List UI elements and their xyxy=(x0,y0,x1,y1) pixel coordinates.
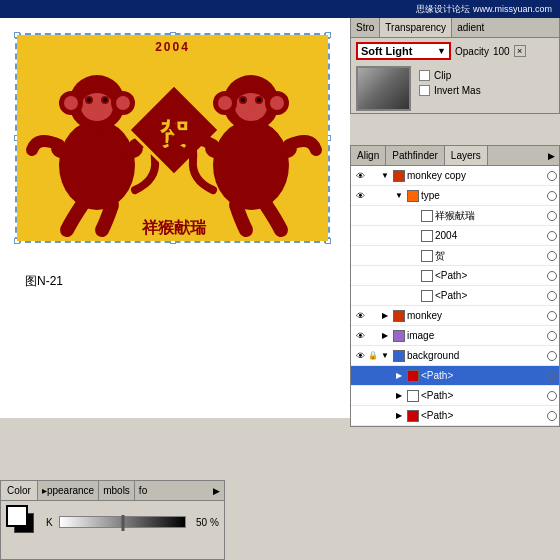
layer-expand-icon[interactable]: ▼ xyxy=(379,349,391,363)
tab-color-label: Color xyxy=(7,485,31,496)
transparency-thumbnail xyxy=(356,66,411,111)
invert-checkbox[interactable] xyxy=(419,85,430,96)
tab-transparency[interactable]: Transparency xyxy=(380,18,452,37)
k-slider-thumb xyxy=(121,515,124,531)
layer-target-circle[interactable] xyxy=(547,251,557,261)
color-menu-icon: ▶ xyxy=(213,486,220,496)
tab-fo[interactable]: fo xyxy=(135,481,151,500)
layer-lock-icon xyxy=(367,230,379,242)
layer-target-circle[interactable] xyxy=(547,411,557,421)
layer-color-box xyxy=(421,210,433,222)
layer-color-box xyxy=(393,310,405,322)
svg-point-15 xyxy=(213,120,289,210)
layer-expand-icon[interactable] xyxy=(407,209,419,223)
layer-target-circle[interactable] xyxy=(547,351,557,361)
tab-appearance[interactable]: ▸ ppearance xyxy=(38,481,99,500)
layer-expand-icon[interactable]: ▶ xyxy=(379,309,391,323)
fg-swatch[interactable] xyxy=(6,505,28,527)
layer-eye-icon[interactable] xyxy=(353,389,367,403)
layer-color-box xyxy=(393,330,405,342)
layer-expand-icon[interactable] xyxy=(407,289,419,303)
layers-list: 👁▼monkey copy👁▼type祥猴献瑞2004贺<Path><Path>… xyxy=(351,166,559,426)
layer-name: <Path> xyxy=(435,270,545,281)
layer-item[interactable]: 👁🔒▼background xyxy=(351,346,559,366)
k-percent: % xyxy=(210,517,219,528)
svg-point-19 xyxy=(270,96,284,110)
swatch-container xyxy=(6,505,40,539)
layer-color-box xyxy=(407,390,419,402)
layer-eye-icon[interactable] xyxy=(353,269,367,283)
layer-expand-icon[interactable] xyxy=(407,249,419,263)
artwork-bg: 2004 xyxy=(17,35,328,241)
layer-color-box xyxy=(393,170,405,182)
figure-label: 图N-21 xyxy=(25,273,63,290)
layer-item[interactable]: ▶<Path> xyxy=(351,406,559,426)
bottom-chinese-text: 祥猴献瑞 xyxy=(141,218,207,236)
layer-target-circle[interactable] xyxy=(547,231,557,241)
layer-item[interactable]: 贺 xyxy=(351,246,559,266)
layer-target-circle[interactable] xyxy=(547,331,557,341)
layer-item[interactable]: 👁▶image xyxy=(351,326,559,346)
layer-eye-icon[interactable]: 👁 xyxy=(353,189,367,203)
layer-expand-icon[interactable]: ▼ xyxy=(393,189,405,203)
layer-item[interactable]: 祥猴献瑞 xyxy=(351,206,559,226)
layer-eye-icon[interactable] xyxy=(353,249,367,263)
layer-target-circle[interactable] xyxy=(547,311,557,321)
layer-item[interactable]: ▶<Path> xyxy=(351,366,559,386)
layer-expand-icon[interactable]: ▶ xyxy=(393,389,405,403)
layer-color-box xyxy=(421,270,433,282)
layer-name: <Path> xyxy=(421,410,545,421)
layer-expand-icon[interactable]: ▶ xyxy=(379,329,391,343)
apl-tabs: Align Pathfinder Layers ▶ xyxy=(351,146,559,166)
layer-item[interactable]: ▶<Path> xyxy=(351,386,559,406)
opacity-x-btn[interactable]: × xyxy=(514,45,526,57)
color-content: K 50 % xyxy=(1,501,224,543)
layer-eye-icon[interactable] xyxy=(353,229,367,243)
tab-pathfinder[interactable]: Pathfinder xyxy=(386,146,445,165)
layer-lock-icon xyxy=(367,210,379,222)
layer-item[interactable]: 2004 xyxy=(351,226,559,246)
layer-eye-icon[interactable] xyxy=(353,369,367,383)
layer-target-circle[interactable] xyxy=(547,391,557,401)
layer-item[interactable]: 👁▼monkey copy xyxy=(351,166,559,186)
layer-eye-icon[interactable] xyxy=(353,409,367,423)
layer-target-circle[interactable] xyxy=(547,271,557,281)
layer-expand-icon[interactable]: ▼ xyxy=(379,169,391,183)
layer-eye-icon[interactable] xyxy=(353,289,367,303)
layer-eye-icon[interactable]: 👁 xyxy=(353,349,367,363)
layer-expand-icon[interactable] xyxy=(407,269,419,283)
k-slider[interactable] xyxy=(59,516,186,528)
layer-name: image xyxy=(407,330,545,341)
layer-item[interactable]: 👁▼type xyxy=(351,186,559,206)
tab-layers[interactable]: Layers xyxy=(445,146,488,165)
layer-eye-icon[interactable]: 👁 xyxy=(353,169,367,183)
color-panel-menu[interactable]: ▶ xyxy=(209,481,224,500)
layer-expand-icon[interactable]: ▶ xyxy=(393,369,405,383)
tab-color[interactable]: Color xyxy=(1,481,38,500)
layer-item[interactable]: <Path> xyxy=(351,266,559,286)
layer-target-circle[interactable] xyxy=(547,191,557,201)
layer-color-box xyxy=(421,290,433,302)
tab-stroke[interactable]: Stro xyxy=(351,18,380,37)
layer-target-circle[interactable] xyxy=(547,211,557,221)
tab-gradient[interactable]: adient xyxy=(452,18,489,37)
layer-color-box xyxy=(407,370,419,382)
tab-symbols[interactable]: mbols xyxy=(99,481,135,500)
layer-eye-icon[interactable]: 👁 xyxy=(353,309,367,323)
layer-target-circle[interactable] xyxy=(547,171,557,181)
layer-color-box xyxy=(421,250,433,262)
layer-target-circle[interactable] xyxy=(547,371,557,381)
tab-align[interactable]: Align xyxy=(351,146,386,165)
layer-item[interactable]: 👁▶monkey xyxy=(351,306,559,326)
layer-expand-icon[interactable]: ▶ xyxy=(393,409,405,423)
layer-lock-icon xyxy=(367,250,379,262)
clip-checkbox[interactable] xyxy=(419,70,430,81)
layer-item[interactable]: <Path> xyxy=(351,286,559,306)
layer-eye-icon[interactable]: 👁 xyxy=(353,329,367,343)
layer-name: 贺 xyxy=(435,249,545,263)
blend-mode-select[interactable]: Soft Light ▼ xyxy=(356,42,451,60)
panel-menu-btn[interactable]: ▶ xyxy=(544,146,559,165)
layer-target-circle[interactable] xyxy=(547,291,557,301)
layer-eye-icon[interactable] xyxy=(353,209,367,223)
layer-expand-icon[interactable] xyxy=(407,229,419,243)
